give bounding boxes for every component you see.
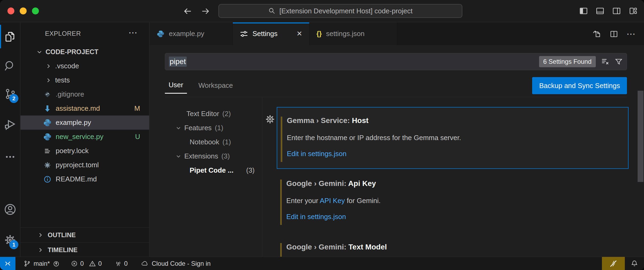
activity-accounts[interactable]	[0, 196, 20, 223]
activity-search[interactable]	[0, 53, 20, 80]
modified-indicator	[280, 243, 282, 257]
scrollbar-thumb[interactable]	[638, 91, 643, 182]
info-file-icon	[43, 175, 52, 184]
settings-search-value: pipet	[169, 57, 187, 67]
toc-label: Features	[184, 124, 212, 132]
remote-indicator[interactable]	[0, 257, 15, 270]
layout-controls	[579, 6, 638, 15]
scope-tab-workspace[interactable]: Workspace	[195, 77, 237, 94]
settings-search-input[interactable]: pipet 6 Settings Found	[165, 53, 627, 70]
tree-item-poetry-lock[interactable]: poetry.lock	[21, 144, 149, 158]
activity-more[interactable]	[0, 144, 20, 170]
editor-actions: ⋯	[592, 22, 644, 45]
tree-item-gitignore[interactable]: .gitignore	[21, 87, 149, 101]
toc-features[interactable]: Features (1)	[150, 121, 262, 135]
more-actions-icon[interactable]: ⋯	[626, 29, 636, 39]
tree-item-vscode[interactable]: .vscode	[21, 59, 149, 73]
setting-title: Gemma › Service: Host	[287, 116, 369, 125]
api-key-link[interactable]: API Key	[320, 197, 345, 205]
file-label: README.md	[56, 175, 97, 183]
toggle-sidebar-icon[interactable]	[579, 6, 588, 15]
window-minimize-button[interactable]	[20, 7, 27, 14]
bell-icon	[630, 260, 638, 268]
toggle-secondary-sidebar-icon[interactable]	[612, 6, 621, 15]
modified-indicator	[280, 180, 282, 225]
settings-scope-tabs: User Workspace Backup and Sync Settings	[165, 77, 627, 95]
explorer-actions-icon[interactable]: ⋯	[128, 27, 138, 38]
settings-badge: 1	[9, 240, 18, 249]
bolt-slash-icon	[609, 259, 618, 268]
toc-label: Pipet Code ...	[190, 166, 234, 174]
tab-label: settings.json	[326, 30, 365, 38]
clear-search-icon[interactable]	[601, 57, 610, 66]
activity-settings[interactable]: 1	[0, 227, 20, 253]
ports-status[interactable]: 0	[115, 257, 128, 270]
customize-layout-icon[interactable]	[629, 6, 638, 15]
tree-item-assistance-md[interactable]: assistance.md M	[21, 101, 149, 116]
notifications-bell[interactable]	[625, 257, 644, 270]
backup-sync-settings-button[interactable]: Backup and Sync Settings	[532, 77, 627, 94]
navigate-forward-icon[interactable]	[201, 7, 210, 16]
file-label: pyproject.toml	[56, 161, 99, 169]
timeline-label: TIMELINE	[48, 246, 78, 254]
power-saver-warning[interactable]	[602, 257, 625, 270]
tab-settings[interactable]: Settings ✕	[233, 22, 309, 45]
tree-item-readme-md[interactable]: README.md	[21, 172, 149, 186]
setting-gear-icon[interactable]	[264, 113, 276, 125]
tab-bar: example.py Settings ✕ {} settings.json	[150, 22, 644, 45]
problems-status[interactable]: 0 0	[71, 257, 102, 270]
file-label: example.py	[56, 118, 91, 127]
tab-label: Settings	[252, 30, 278, 38]
toc-count: (2)	[222, 110, 231, 118]
gear-file-icon	[43, 161, 52, 170]
tree-item-new-service-py[interactable]: new_service.py U	[21, 130, 149, 144]
edit-in-settings-json-link[interactable]: Edit in settings.json	[287, 150, 347, 158]
git-branch-status[interactable]: main*	[23, 257, 60, 270]
chevron-right-icon	[37, 232, 44, 239]
activity-bar: 2 1	[0, 22, 20, 257]
activity-explorer[interactable]	[0, 23, 20, 50]
debug-icon	[3, 117, 17, 131]
filter-icon[interactable]	[614, 57, 623, 66]
toc-notebook[interactable]: Notebook (1)	[150, 135, 262, 149]
setting-gemini-api-key[interactable]: Google › Gemini: Api Key Enter your API …	[277, 170, 629, 232]
edit-in-settings-json-link[interactable]: Edit in settings.json	[286, 213, 346, 221]
toc-pipet-code[interactable]: Pipet Code ... (3)	[150, 163, 262, 177]
activity-source-control[interactable]: 2	[0, 81, 20, 107]
tab-example-py[interactable]: example.py	[150, 22, 233, 45]
close-tab-icon[interactable]: ✕	[296, 30, 302, 38]
setting-name: Text Model	[348, 243, 387, 251]
toc-count: (1)	[215, 124, 223, 132]
tree-item-pyproject-toml[interactable]: pyproject.toml	[21, 158, 149, 172]
tree-item-example-py[interactable]: example.py	[21, 116, 149, 130]
command-center-search[interactable]: [Extension Development Host] code-projec…	[218, 4, 462, 18]
tree-item-tests[interactable]: tests	[21, 73, 149, 87]
navigate-back-icon[interactable]	[183, 7, 192, 16]
chevron-right-icon	[37, 247, 44, 253]
toc-extensions[interactable]: Extensions (3)	[150, 149, 262, 163]
outline-section-header[interactable]: OUTLINE	[21, 227, 149, 242]
setting-gemma-service-host[interactable]: Gemma › Service: Host Enter the hostname…	[277, 107, 629, 169]
timeline-section-header[interactable]: TIMELINE	[21, 242, 149, 257]
split-editor-icon[interactable]	[609, 29, 618, 38]
toc-label: Text Editor	[186, 110, 219, 118]
window-close-button[interactable]	[7, 7, 14, 14]
activity-run-debug[interactable]	[0, 111, 20, 137]
settings-editor: pipet 6 Settings Found User Workspace Ba…	[150, 45, 644, 257]
tree-root-code-project[interactable]: CODE-PROJECT	[21, 45, 149, 59]
toggle-panel-icon[interactable]	[596, 6, 605, 15]
warnings-icon	[89, 260, 96, 267]
toc-count: (1)	[222, 138, 231, 146]
setting-title: Google › Gemini: Api Key	[286, 179, 376, 188]
scope-tab-user[interactable]: User	[165, 77, 187, 94]
toc-text-editor[interactable]: Text Editor (2)	[150, 107, 262, 121]
toc-label: Extensions	[184, 152, 218, 160]
git-file-icon	[43, 90, 52, 99]
window-zoom-button[interactable]	[32, 7, 39, 14]
setting-gemini-text-model[interactable]: Google › Gemini: Text Model	[277, 234, 629, 257]
tab-settings-json[interactable]: {} settings.json	[309, 22, 397, 45]
files-icon	[3, 30, 17, 43]
outline-label: OUTLINE	[48, 231, 76, 239]
cloud-code-status[interactable]: Cloud Code - Sign in	[141, 257, 210, 270]
open-settings-json-icon[interactable]	[592, 29, 601, 38]
